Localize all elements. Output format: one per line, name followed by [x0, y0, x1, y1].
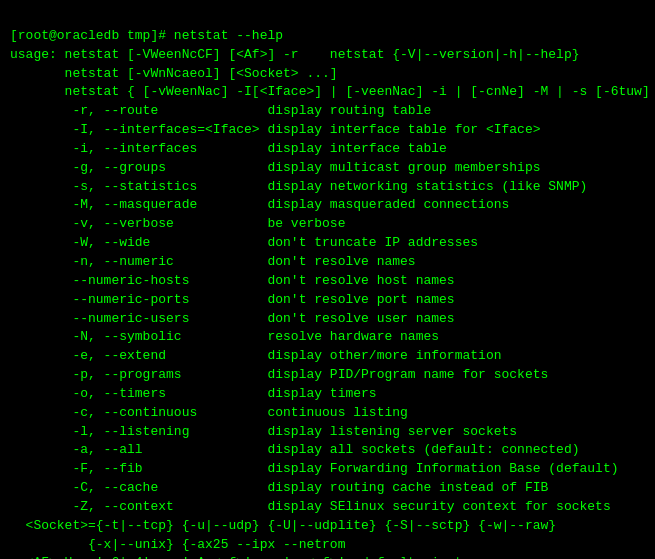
terminal-line: -o, --timers display timers: [10, 385, 645, 404]
terminal-line: --numeric-ports don't resolve port names: [10, 291, 645, 310]
terminal-line: -v, --verbose be verbose: [10, 215, 645, 234]
terminal-line: -I, --interfaces=<Iface> display interfa…: [10, 121, 645, 140]
terminal-line: -C, --cache display routing cache instea…: [10, 479, 645, 498]
terminal-line: -p, --programs display PID/Program name …: [10, 366, 645, 385]
terminal-line: -e, --extend display other/more informat…: [10, 347, 645, 366]
terminal-line: netstat { [-vWeenNac] -I[<Iface>] | [-ve…: [10, 83, 645, 102]
terminal-line: <Socket>={-t|--tcp} {-u|--udp} {-U|--udp…: [10, 517, 645, 536]
terminal-line: -i, --interfaces display interface table: [10, 140, 645, 159]
terminal-line: [root@oracledb tmp]# netstat --help: [10, 27, 645, 46]
terminal-line: -N, --symbolic resolve hardware names: [10, 328, 645, 347]
terminal-line: -l, --listening display listening server…: [10, 423, 645, 442]
terminal-line: -M, --masquerade display masqueraded con…: [10, 196, 645, 215]
terminal-line: <AF>=Use '-6|-4' or '-A <af>' or '--<af>…: [10, 554, 645, 559]
terminal-line: -r, --route display routing table: [10, 102, 645, 121]
terminal-line: -W, --wide don't truncate IP addresses: [10, 234, 645, 253]
terminal-line: --numeric-hosts don't resolve host names: [10, 272, 645, 291]
terminal-line: -g, --groups display multicast group mem…: [10, 159, 645, 178]
terminal-line: -F, --fib display Forwarding Information…: [10, 460, 645, 479]
terminal-window: [root@oracledb tmp]# netstat --helpusage…: [10, 8, 645, 559]
terminal-line: usage: netstat [-VWeenNcCF] [<Af>] -r ne…: [10, 46, 645, 65]
terminal-line: {-x|--unix} {-ax25 --ipx --netrom: [10, 536, 645, 555]
terminal-line: -s, --statistics display networking stat…: [10, 178, 645, 197]
terminal-line: netstat [-vWnNcaeol] [<Socket> ...]: [10, 65, 645, 84]
terminal-line: --numeric-users don't resolve user names: [10, 310, 645, 329]
terminal-line: -n, --numeric don't resolve names: [10, 253, 645, 272]
terminal-line: -a, --all display all sockets (default: …: [10, 441, 645, 460]
terminal-line: -c, --continuous continuous listing: [10, 404, 645, 423]
terminal-line: -Z, --context display SElinux security c…: [10, 498, 645, 517]
